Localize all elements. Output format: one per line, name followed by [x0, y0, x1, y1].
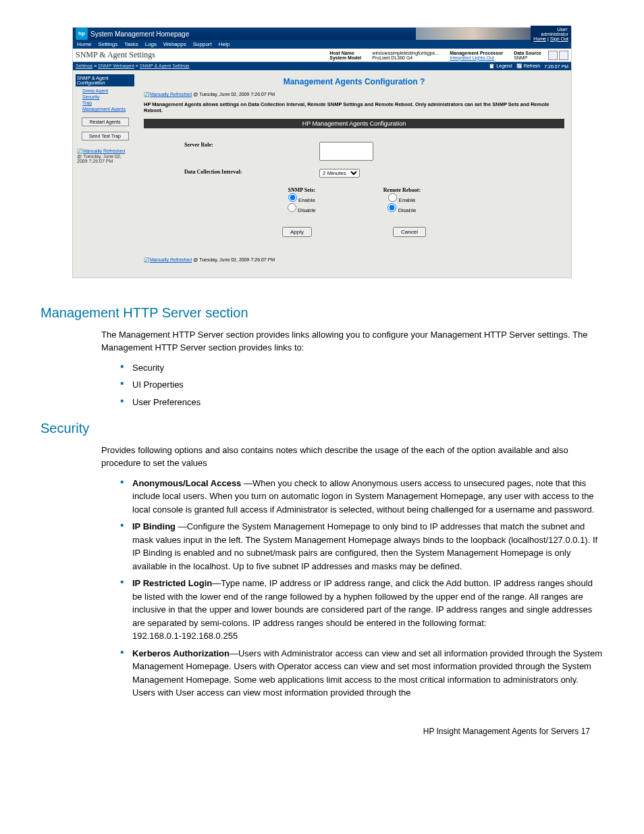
- document-body: Management HTTP Server section The Manag…: [41, 305, 603, 743]
- sidebar-item-security[interactable]: Security: [76, 94, 134, 100]
- menu-help[interactable]: Help: [219, 41, 230, 47]
- config-form: Server Role: Data Collection Interval: 2…: [144, 128, 564, 256]
- sidebar-ts-text: @ Tuesday, June 02, 2009 7:26:07 PM: [77, 154, 122, 163]
- snmp-sets-group: SNMP Sets: Enable Disable: [288, 187, 316, 213]
- sidebar: SNMP & Agent Configuration Snmp Agent Se…: [73, 70, 137, 278]
- refresh-line-bottom: 🔄Manually Refreshed @ Tuesday, June 02, …: [144, 256, 564, 264]
- app-screenshot: hp System Management Homepage User: admi…: [72, 27, 572, 278]
- menu-settings[interactable]: Settings: [98, 41, 117, 47]
- list-item: UI Properties: [120, 378, 603, 392]
- mgmtproc-label: Management Processor: [450, 51, 503, 55]
- menu-logs[interactable]: Logs: [145, 41, 157, 47]
- crumb-time: 7:26:07 PM: [544, 64, 568, 69]
- remote-reboot-label: Remote Reboot:: [383, 187, 421, 193]
- server-role-input[interactable]: [319, 142, 373, 161]
- main-description: HP Management Agents allows settings on …: [144, 99, 564, 119]
- menu-home[interactable]: Home: [77, 41, 91, 47]
- hostname-label: Host Name: [329, 51, 361, 55]
- mgmtproc-link[interactable]: Integrated Lights-Out: [450, 55, 494, 60]
- data-interval-label: Data Collection Interval:: [184, 169, 319, 178]
- refresh-link[interactable]: 🔄 Refresh: [516, 63, 540, 69]
- breadcrumb: Settings » SNMP Webagent » SNMP & Agent …: [76, 63, 190, 69]
- page-footer: HP Insight Management Agents for Servers…: [41, 706, 603, 743]
- section-title: SNMP & Agent Settings: [76, 50, 155, 60]
- list-security: Anonymous/Local Access —When you check t…: [120, 477, 603, 700]
- list-item: User Preferences: [120, 396, 603, 409]
- legend-link[interactable]: 📋 Legend: [489, 63, 512, 69]
- titlebar: hp System Management Homepage User: admi…: [73, 28, 571, 40]
- apply-button[interactable]: Apply: [282, 227, 312, 237]
- refresh-ts-bottom: @ Tuesday, June 02, 2009 7:26:07 PM: [192, 257, 275, 262]
- menu-webapps[interactable]: Webapps: [163, 41, 186, 47]
- datasrc-value: SNMP: [514, 55, 527, 60]
- hostname-vals: windowssimpletestingforbigpe... ProLiant…: [367, 51, 444, 60]
- refresh-link-top[interactable]: Manually Refreshed: [150, 92, 192, 97]
- view-icon-1[interactable]: [548, 51, 558, 60]
- heading-security: Security: [41, 421, 603, 436]
- sysmodel-value: ProLiant DL360 G4: [372, 55, 412, 60]
- send-test-trap-button[interactable]: Send Test Trap: [82, 132, 129, 140]
- sysmodel-label: System Model: [329, 55, 361, 60]
- breadcrumb-row: Settings » SNMP Webagent » SNMP & Agent …: [73, 62, 571, 70]
- hostname-col: Host Name System Model: [324, 51, 367, 60]
- datasrc-col: Data Source SNMP: [508, 51, 547, 60]
- sidebar-header: SNMP & Agent Configuration: [76, 74, 134, 86]
- list-item: Security: [120, 361, 603, 375]
- user-label: User:: [557, 27, 568, 32]
- user-name: administrator: [541, 32, 568, 36]
- hostname-value: windowssimpletestingforbigpe...: [372, 51, 439, 55]
- user-info: User: administrator Home | Sign Out: [531, 26, 571, 43]
- main-title: Management Agents Configuration ?: [144, 73, 564, 90]
- menu-tasks[interactable]: Tasks: [124, 41, 138, 47]
- signout-link[interactable]: Sign Out: [550, 36, 568, 41]
- server-role-label: Server Role:: [184, 142, 319, 162]
- crumb-agent[interactable]: SNMP & Agent Settings: [140, 63, 190, 68]
- list-item: Anonymous/Local Access —When you check t…: [120, 477, 603, 517]
- cancel-button[interactable]: Cancel: [393, 227, 426, 237]
- sidebar-refresh-link[interactable]: Manually Refreshed: [83, 149, 125, 153]
- hp-logo-icon: hp: [76, 28, 88, 40]
- list-item: IP Binding —Configure the System Managem…: [120, 520, 603, 573]
- remote-reboot-group: Remote Reboot: Enable Disable: [383, 187, 421, 213]
- refresh-link-bottom[interactable]: Manually Refreshed: [150, 257, 192, 262]
- list-item: Kerberos Authorization—Users with Admini…: [120, 647, 603, 700]
- snmp-disable-radio[interactable]: Disable: [288, 207, 316, 213]
- crumb-settings[interactable]: Settings: [76, 63, 92, 68]
- restart-agents-button[interactable]: Restart Agents: [82, 118, 129, 126]
- mgmtproc-col: Management Processor Integrated Lights-O…: [444, 51, 508, 60]
- list-item: IP Restricted Login—Type name, IP addres…: [120, 577, 603, 643]
- reboot-enable-radio[interactable]: Enable: [388, 197, 415, 203]
- crumb-snmp[interactable]: SNMP Webagent: [98, 63, 134, 68]
- banner-image: [416, 28, 531, 40]
- refresh-line-top: 🔄Manually Refreshed @ Tuesday, June 02, …: [144, 90, 564, 99]
- heading-http-server: Management HTTP Server section: [41, 305, 603, 321]
- sidebar-item-trap[interactable]: Trap: [76, 100, 134, 106]
- sidebar-timestamp: 🔄Manually Refreshed @ Tuesday, June 02, …: [76, 146, 134, 166]
- reboot-disable-radio[interactable]: Disable: [387, 207, 416, 213]
- list-http: Security UI Properties User Preferences: [120, 361, 603, 409]
- paragraph-http: The Management HTTP Server section provi…: [101, 329, 603, 355]
- datasrc-label: Data Source: [514, 51, 541, 55]
- help-icon[interactable]: ?: [420, 77, 425, 86]
- view-icon-2[interactable]: [559, 51, 568, 60]
- app-title: System Management Homepage: [90, 30, 189, 38]
- menubar: Home Settings Tasks Logs Webapps Support…: [73, 40, 571, 49]
- data-interval-select[interactable]: 2 Minutes: [319, 169, 360, 178]
- refresh-ts-top: @ Tuesday, June 02, 2009 7:26:07 PM: [192, 92, 275, 97]
- paragraph-security: Provides following options and also cont…: [101, 444, 603, 470]
- config-header-bar: HP Management Agents Configuration: [144, 119, 564, 128]
- snmp-enable-radio[interactable]: Enable: [288, 197, 315, 203]
- home-link[interactable]: Home: [533, 36, 546, 41]
- main-panel: Management Agents Configuration ? 🔄Manua…: [137, 70, 571, 278]
- info-row: SNMP & Agent Settings Host Name System M…: [73, 49, 571, 62]
- sidebar-item-agents[interactable]: Management Agents: [76, 106, 134, 112]
- sidebar-item-snmp[interactable]: Snmp Agent: [76, 88, 134, 94]
- snmp-sets-label: SNMP Sets:: [288, 187, 316, 193]
- menu-support[interactable]: Support: [193, 41, 212, 47]
